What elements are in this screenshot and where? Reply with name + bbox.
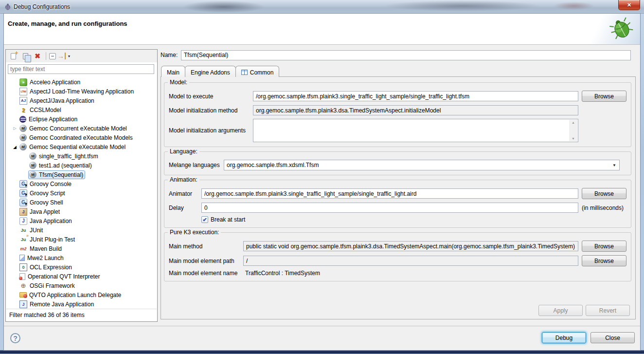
chevron-down-icon[interactable]: ▼ — [610, 161, 619, 169]
tree-item-label: Operational QVT Interpreter — [28, 273, 100, 280]
model-group-legend: Model: — [168, 79, 189, 86]
tree-item[interactable]: JuJUnit — [6, 225, 157, 235]
groovy-icon: G — [19, 199, 27, 206]
melange-languages-label: Melange languages — [169, 162, 224, 168]
tree-item-label: test1.ad (sequential) — [39, 162, 92, 169]
duplicate-config-button[interactable] — [20, 51, 31, 61]
duplicate-config-icon — [23, 53, 28, 59]
model-to-execute-input[interactable] — [253, 91, 578, 101]
melange-languages-combo[interactable]: org.gemoc.sample.tfsm.xdsml.Tfsm ▼ — [224, 160, 620, 170]
delete-config-button[interactable]: ✖ — [32, 51, 43, 61]
debug-button[interactable]: Debug — [542, 332, 586, 343]
main-tab-content: Model: Model to execute Browse Model ini… — [161, 76, 636, 319]
new-config-button[interactable] — [8, 51, 18, 61]
tree-item[interactable]: JRemote Java Application — [6, 299, 157, 308]
tree-item-label: Remote Java Application — [30, 301, 94, 308]
break-at-start-checkbox[interactable]: ✔ — [201, 216, 208, 223]
acceleo-icon: » — [19, 78, 27, 86]
tree-item[interactable]: ▷MGemoc Concurrent eXecutable Model — [6, 124, 157, 133]
apply-button[interactable]: Apply — [538, 305, 583, 316]
filter-input[interactable] — [8, 64, 154, 74]
scroll-up-icon[interactable]: ▲ — [572, 121, 575, 124]
junit-plugin-icon: Ju — [19, 236, 27, 243]
scroll-down-icon[interactable]: ▼ — [572, 137, 575, 140]
delay-input[interactable] — [201, 203, 578, 213]
tree-item[interactable]: 2CCSLModel — [6, 105, 157, 114]
tree-item[interactable]: LTWAspectJ Load-Time Weaving Application — [6, 87, 157, 96]
tree-item[interactable]: QVTO Application Launch Delegate — [6, 290, 157, 299]
tree-item[interactable]: JJava Applet — [6, 207, 157, 216]
main-model-element-path-input — [243, 256, 578, 266]
dialog-body: ✖−→▾ »Acceleo ApplicationLTWAspectJ Load… — [4, 45, 640, 326]
close-button[interactable]: Close — [590, 332, 635, 343]
tree-item[interactable]: Operational QVT Interpreter — [6, 272, 157, 281]
pure-k3-group-legend: Pure K3 execution: — [168, 229, 221, 236]
tree-item[interactable]: AJAspectJ/Java Application — [6, 96, 157, 105]
osgi-icon: ⊕ — [19, 282, 27, 290]
collapse-all-button[interactable]: − — [49, 53, 56, 59]
animator-browse-button[interactable]: Browse — [582, 188, 626, 199]
main-method-label: Main method — [169, 243, 243, 250]
tree-item-label: Gemoc Sequential eXecutable Model — [29, 144, 125, 150]
model-init-args-textarea[interactable]: ▲ ▼ — [253, 119, 578, 142]
model-to-execute-label: Model to execute — [169, 93, 253, 100]
tree-item-label: Tfsm(Sequential) — [39, 171, 83, 178]
tree-item[interactable]: JuJUnit Plug-in Test — [6, 235, 157, 244]
dropdown-arrow-icon[interactable]: ▾ — [68, 54, 70, 58]
tree-item[interactable]: MGemoc Coordinated eXecutable Models — [6, 133, 157, 142]
filter-configs-button[interactable]: → — [57, 53, 66, 59]
tab-label: Engine Addons — [191, 69, 230, 76]
tab-main[interactable]: Main — [161, 66, 185, 77]
tree-item-label: Mwe2 Launch — [27, 255, 64, 261]
main-model-element-name-label: Main model element name — [169, 270, 243, 277]
main-method-browse-button[interactable]: Browse — [582, 241, 626, 252]
element-path-browse-button[interactable]: Browse — [582, 255, 626, 266]
ccsl-model-icon: 2 — [19, 106, 27, 114]
main-model-element-name-value: TrafficControl : TimedSystem — [245, 270, 320, 277]
configurations-toolbar: ✖−→▾ — [6, 50, 157, 62]
debug-bug-icon — [609, 17, 634, 42]
dialog-header-title: Create, manage, and run configurations — [8, 20, 127, 27]
expand-arrow-icon[interactable]: ▷ — [11, 126, 18, 130]
tree-item[interactable]: »Acceleo Application — [6, 77, 157, 87]
tree-item-label: Groovy Shell — [30, 199, 63, 206]
tree-item[interactable]: GGroovy Shell — [6, 198, 157, 207]
maven-icon: m2 — [19, 245, 27, 253]
remote-java-icon: J — [19, 300, 27, 308]
collapse-arrow-icon[interactable]: ◢ — [11, 145, 18, 149]
tree-item[interactable]: ◢MGemoc Sequential eXecutable Model — [6, 142, 157, 151]
tree-item[interactable]: Mwe2 Launch — [6, 253, 157, 262]
tab-label: Main — [167, 69, 179, 76]
animator-input[interactable] — [201, 188, 578, 199]
tree-item[interactable]: GGroovy Console — [6, 179, 157, 188]
java-applet-icon: J — [19, 208, 27, 216]
tree-item-label: Maven Build — [30, 245, 62, 252]
tree-item-label: Eclipse Application — [29, 116, 77, 123]
tree-item[interactable]: m2Maven Build — [6, 244, 157, 253]
tree-item[interactable]: GGroovy Script — [6, 188, 157, 198]
tab-common[interactable]: Common — [235, 66, 280, 77]
close-window-button[interactable]: ✕ — [618, 0, 640, 10]
tree-item-label: Java Application — [30, 218, 72, 224]
aspectj-java-icon: AJ — [19, 97, 27, 105]
debug-configurations-dialog: Create, manage, and run configurations — [4, 14, 640, 350]
animator-label: Animator — [169, 190, 201, 197]
tree-item[interactable]: Msingle_traffic_light.tfsm — [6, 151, 157, 161]
tree-item[interactable]: JJava Application — [6, 216, 157, 225]
tree-item[interactable]: Eclipse Application — [6, 114, 157, 124]
model-browse-button[interactable]: Browse — [582, 91, 626, 102]
tree-item[interactable]: Mtest1.ad (sequential) — [6, 161, 157, 170]
tree-item-label: AspectJ Load-Time Weaving Application — [30, 88, 134, 95]
gemoc-icon: M — [29, 171, 36, 178]
revert-button[interactable]: Revert — [586, 305, 630, 316]
tree-item[interactable]: ⊕OSGi Framework — [6, 281, 157, 290]
tab-engine-addons[interactable]: Engine Addons — [185, 66, 236, 77]
tree-item[interactable]: MTfsm(Sequential) — [6, 170, 157, 179]
header-banner — [582, 14, 640, 44]
help-button[interactable]: ? — [10, 333, 20, 343]
args-scrollbar[interactable]: ▲ ▼ — [569, 120, 577, 141]
name-input[interactable] — [181, 50, 631, 60]
tree-item[interactable]: 0OCL Expression — [6, 262, 157, 272]
aspectj-ltw-icon: LTW — [19, 88, 27, 95]
tree-item-label: AspectJ/Java Application — [30, 97, 94, 104]
